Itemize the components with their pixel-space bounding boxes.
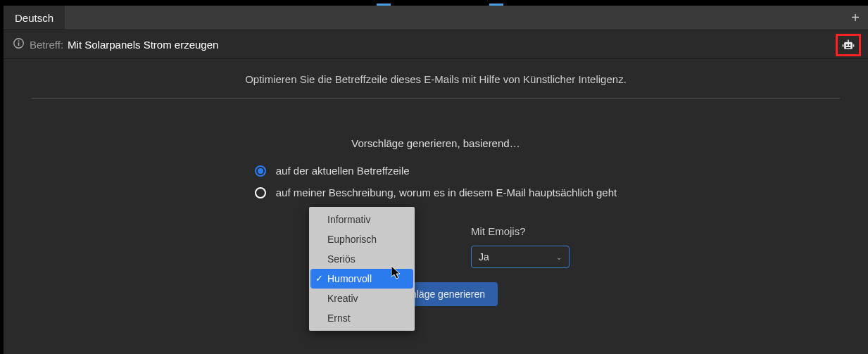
subject-text: Mit Solarpanels Strom erzeugen [68,39,218,51]
tone-option-ernst[interactable]: Ernst [309,308,415,328]
info-icon [13,38,24,51]
tone-option-humorvoll[interactable]: Humorvoll [310,269,413,289]
radio-group: auf der aktuellen Betreffzeile auf meine… [255,165,617,208]
section-title: Vorschläge generieren, basierend… [25,137,847,149]
chevron-down-icon: ⌄ [556,253,562,261]
language-tab-label: Deutsch [15,12,54,24]
svg-rect-9 [846,47,851,48]
svg-point-7 [846,44,848,46]
tone-option-serios[interactable]: Seriös [309,249,415,269]
emoji-selector-group: Mit Emojis? Ja ⌄ [471,225,570,268]
svg-rect-6 [848,40,849,42]
intro-text: Optimieren Sie die Betreffzeile dieses E… [25,73,847,85]
add-tab-button[interactable]: + [851,6,860,30]
subject-bar: Betreff: Mit Solarpanels Strom erzeugen [4,30,868,59]
divider [32,98,840,99]
svg-point-8 [849,44,851,46]
tone-option-kreativ[interactable]: Kreativ [309,289,415,308]
subject-label: Betreff: [30,39,63,51]
language-tab[interactable]: Deutsch [4,6,65,30]
robot-icon [841,39,855,51]
ai-assistant-button[interactable] [836,34,861,56]
emoji-select-value: Ja [479,251,489,263]
tab-bar: Deutsch + [4,6,868,30]
svg-rect-1 [18,42,20,46]
svg-rect-4 [843,44,844,46]
tone-option-informativ[interactable]: Informativ [309,210,415,229]
svg-rect-3 [844,42,853,49]
radio-label: auf der aktuellen Betreffzeile [276,165,410,177]
svg-rect-2 [18,40,20,42]
radio-indicator [255,187,266,198]
radio-description[interactable]: auf meiner Beschreibung, worum es in die… [255,187,617,198]
emoji-label: Mit Emojis? [471,225,570,237]
radio-indicator [255,165,266,177]
emoji-select[interactable]: Ja ⌄ [471,246,570,268]
svg-rect-5 [853,44,855,46]
main-content: Optimieren Sie die Betreffzeile dieses E… [4,59,868,354]
tone-option-euphorisch[interactable]: Euphorisch [309,229,415,249]
radio-current-subject[interactable]: auf der aktuellen Betreffzeile [255,165,617,177]
tone-dropdown[interactable]: Informativ Euphorisch Seriös Humorvoll K… [309,207,415,331]
radio-label: auf meiner Beschreibung, worum es in die… [276,187,617,198]
